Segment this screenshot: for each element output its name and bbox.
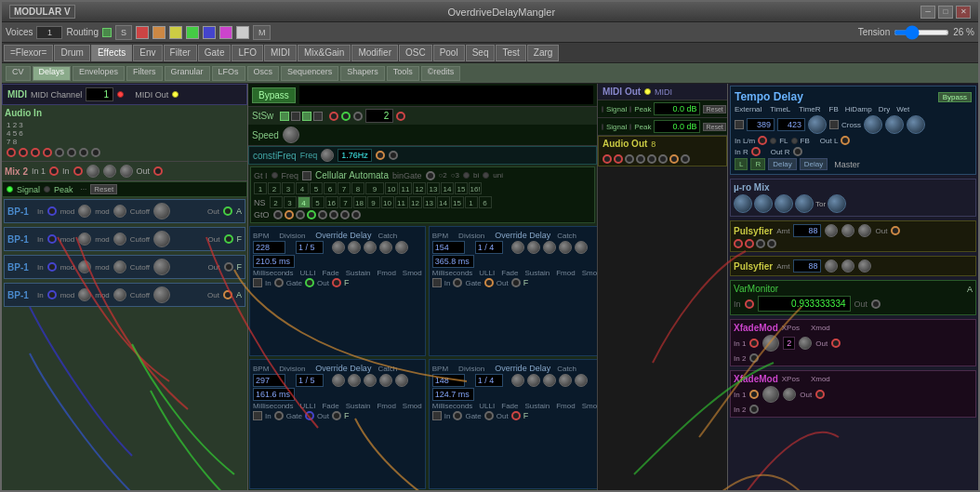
od1-toggle[interactable] [253,278,262,287]
mix2-in2-jack[interactable] [73,166,83,176]
minimize-button[interactable]: ─ [920,6,935,19]
mod-tab-sequencers[interactable]: Sequencers [281,66,338,81]
stsw-t2[interactable] [291,112,300,121]
close-button[interactable]: ✕ [956,6,971,19]
ca-gto-jack6[interactable] [329,210,338,219]
bypass-button[interactable]: Bypass [252,87,296,103]
mod-tab-credits[interactable]: ©redits [421,66,461,81]
puls1-jack4[interactable] [767,239,776,248]
od4-knob4[interactable] [559,374,572,387]
od2-bpm-input[interactable] [432,241,465,254]
td-fb-knob[interactable] [808,115,827,134]
mix2-out-jack[interactable] [153,166,163,176]
xfm2-xpos-knob[interactable] [762,386,779,403]
od2-div-input[interactable] [475,241,503,254]
peak-reset-btn[interactable]: Reset [90,184,117,194]
mod-tab-cv[interactable]: CV [6,66,31,81]
aout-jack5[interactable] [647,154,656,164]
puls1-knob3[interactable] [858,224,871,237]
od3-bpm-input[interactable] [253,374,285,387]
aout-jack4[interactable] [636,154,645,164]
color-btn-2[interactable] [152,26,166,39]
s-button[interactable]: S [115,25,132,40]
od4-bpm-input[interactable] [432,374,465,387]
xfm1-in2-jack[interactable] [749,353,759,363]
bp1-in-jack[interactable] [47,206,57,216]
od4-knob1[interactable] [511,374,524,387]
mod-tab-tools[interactable]: Tools [387,66,419,81]
puls1-knob2[interactable] [841,224,854,237]
ca-jack1[interactable] [426,171,435,180]
od1-ms-input[interactable] [253,255,295,268]
constfreq-jack1[interactable] [376,151,385,160]
od3-knob1[interactable] [332,374,345,387]
bp4-mod2-knob[interactable] [113,288,126,301]
od1-knob3[interactable] [364,241,377,254]
mod-tab-envelopes[interactable]: Envelopes [73,66,125,81]
jack-5[interactable] [55,148,64,157]
bp2-mod1-knob[interactable] [78,233,91,246]
mix2-knob2[interactable] [103,165,116,178]
tab-effects[interactable]: Effects [91,45,132,61]
xfm1-out-jack[interactable] [831,339,841,348]
tab-osc[interactable]: OSC [399,45,432,61]
stsw-jack3[interactable] [353,112,363,121]
od2-knob1[interactable] [511,241,524,254]
od4-gate-jack[interactable] [484,411,494,420]
td-hidamp-knob[interactable] [864,115,882,134]
ca-gto-jack2[interactable] [285,210,294,219]
td-r-btn[interactable]: R [750,158,765,170]
bp2-in-jack[interactable] [47,234,57,244]
puls2-knob1[interactable] [825,259,838,273]
od3-knob4[interactable] [379,374,392,387]
aout-jack7[interactable] [669,154,679,164]
bp4-cutoff-knob[interactable] [153,286,170,303]
td-inl-jack[interactable] [758,136,767,145]
tab-test[interactable]: Test [496,45,525,61]
aout-jack3[interactable] [625,154,634,164]
od2-knob2[interactable] [527,241,540,254]
od3-knob3[interactable] [364,374,377,387]
puls1-jack3[interactable] [756,239,765,248]
color-btn-1[interactable] [136,26,149,39]
aout-jack1[interactable] [603,154,612,164]
od1-div-input[interactable] [296,241,324,254]
tab-flexor[interactable]: =Flexor= [4,45,53,61]
td-cross-toggle[interactable] [829,120,839,129]
od3-out-jack[interactable] [332,411,341,420]
mod-tab-shapers[interactable]: Shapers [340,66,385,81]
tab-gate[interactable]: Gate [198,45,232,61]
tab-env[interactable]: Env [133,45,162,61]
jack-8[interactable] [91,148,100,157]
aout-jack8[interactable] [681,154,690,164]
ca-gto-jack3[interactable] [296,210,305,219]
vm-in-jack[interactable] [745,299,754,309]
od2-out-jack[interactable] [511,278,521,287]
od2-knob3[interactable] [543,241,556,254]
od4-ms-input[interactable] [432,388,474,401]
bp3-cutoff-knob[interactable] [153,259,170,275]
peak1-reset-btn[interactable]: Reset [703,105,725,113]
od4-knob5[interactable] [575,374,588,387]
tab-drum[interactable]: Drum [54,45,89,61]
tab-filter[interactable]: Filter [164,45,197,61]
xfm2-knob2[interactable] [783,388,796,401]
stsw-t4[interactable] [313,112,323,121]
ca-gto-jack1[interactable] [273,210,283,219]
jack-6[interactable] [67,148,76,157]
mm-knob1[interactable] [734,194,752,213]
xfm1-in1-jack[interactable] [749,339,759,348]
voices-input[interactable] [36,26,62,39]
mod-tab-granular[interactable]: Granular [165,66,210,81]
od3-knob2[interactable] [348,374,361,387]
mix2-knob3[interactable] [120,165,133,178]
bp1-mod1-knob[interactable] [78,205,91,218]
tab-lfo[interactable]: LFO [232,45,262,61]
od1-gate-jack[interactable] [305,278,314,287]
ca-gto-jack8[interactable] [351,210,361,219]
od2-knob4[interactable] [559,241,572,254]
od4-toggle[interactable] [432,411,442,420]
od2-toggle[interactable] [432,278,442,287]
tab-pool[interactable]: Pool [433,45,465,61]
td-delay-btn2[interactable]: Delay [800,158,828,170]
